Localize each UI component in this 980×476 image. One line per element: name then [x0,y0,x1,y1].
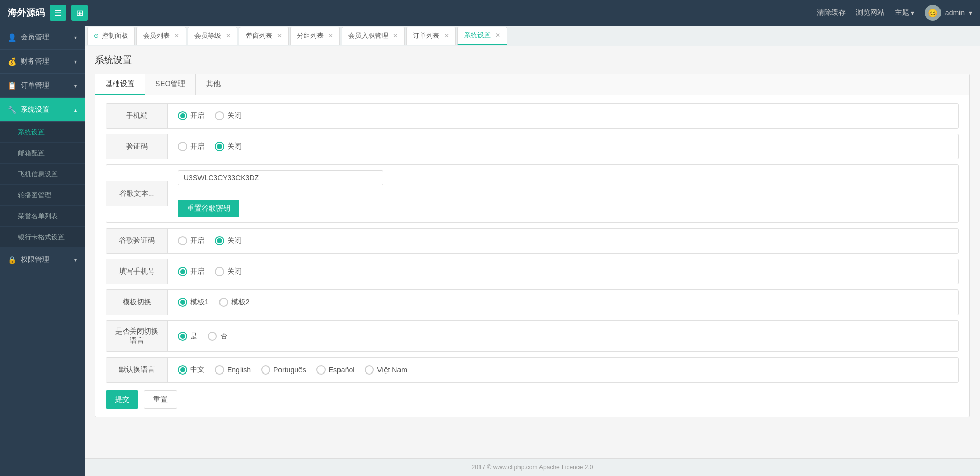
tab-close-icon[interactable]: ✕ [328,32,333,39]
lang-spanish-label: Español [329,366,355,374]
tab-member-onboard[interactable]: 会员入职管理 ✕ [342,27,405,45]
radio-icon [215,365,224,375]
close-lang-label: 是否关闭切换语言 [106,321,168,351]
clear-cache-button[interactable]: 清除缓存 [817,8,846,17]
content-area: ⊙ 控制面板 会员列表 ✕ 会员等级 ✕ 弹窗列表 ✕ 分组列表 ✕ 会员入职管… [85,26,980,476]
sidebar-item-member-mgmt[interactable]: 👤 会员管理 ▾ [0,26,85,50]
template-row: 模板切换 模板1 模板2 [106,289,959,315]
chevron-up-icon: ▴ [74,107,77,113]
lang-portuguese-radio[interactable]: Português [261,365,306,375]
captcha-on-radio[interactable]: 开启 [178,142,205,151]
tab-label: 系统设置 [464,31,491,40]
menu-toggle-button[interactable]: ☰ [50,5,66,21]
template2-radio[interactable]: 模板2 [219,298,250,307]
inner-tabs: 基础设置 SEO管理 其他 [95,74,969,95]
sidebar-sub-item-bank-format[interactable]: 银行卡格式设置 [0,227,85,248]
template1-label: 模板1 [190,298,209,307]
radio-icon [178,332,187,341]
site-title: 海外源码 [8,7,45,19]
sidebar-sub-item-email-config[interactable]: 邮箱配置 [0,143,85,164]
captcha-label: 验证码 [106,134,168,159]
reset-google-key-button[interactable]: 重置谷歌密钥 [178,200,239,217]
close-lang-no-label: 否 [220,332,227,341]
lang-vietnamese-radio[interactable]: Việt Nam [365,365,407,375]
inner-tab-basic[interactable]: 基础设置 [95,74,145,95]
tab-order-list[interactable]: 订单列表 ✕ [406,27,456,45]
theme-button[interactable]: 主题 ▾ [895,8,914,17]
sidebar-item-system-settings[interactable]: 🔧 系统设置 ▴ [0,98,85,122]
system-settings-submenu: 系统设置 邮箱配置 飞机信息设置 轮播图管理 荣誉名单列表 银行卡格式设置 [0,122,85,248]
google-text-input[interactable] [178,170,383,185]
tab-popup-list[interactable]: 弹窗列表 ✕ [239,27,289,45]
google-text-controls: 重置谷歌密钥 [168,165,393,222]
browse-website-button[interactable]: 浏览网站 [856,8,885,17]
radio-icon [215,236,224,245]
fill-phone-on-radio[interactable]: 开启 [178,267,205,276]
google-captcha-on-radio[interactable]: 开启 [178,236,205,245]
top-navbar: 海外源码 ☰ ⊞ 清除缓存 浏览网站 主题 ▾ 😊 admin ▾ [0,0,980,26]
captcha-off-radio[interactable]: 关闭 [215,142,242,151]
sidebar: 👤 会员管理 ▾ 💰 财务管理 ▾ 📋 订单管理 ▾ 🔧 系统设置 ▴ 系统设置… [0,26,85,476]
sidebar-sub-item-honor-list[interactable]: 荣誉名单列表 [0,206,85,227]
inner-tab-other[interactable]: 其他 [196,74,231,95]
page-content: 系统设置 基础设置 SEO管理 其他 手机端 [85,46,980,458]
sidebar-item-finance-mgmt[interactable]: 💰 财务管理 ▾ [0,50,85,74]
form-actions: 提交 重置 [106,390,959,409]
template1-radio[interactable]: 模板1 [178,298,209,307]
dashboard-icon: ⊙ [94,32,99,39]
tab-member-level[interactable]: 会员等级 ✕ [188,27,237,45]
sidebar-item-order-mgmt[interactable]: 📋 订单管理 ▾ [0,74,85,98]
captcha-on-label: 开启 [190,142,205,151]
lang-english-radio[interactable]: English [215,365,251,375]
tab-bar: ⊙ 控制面板 会员列表 ✕ 会员等级 ✕ 弹窗列表 ✕ 分组列表 ✕ 会员入职管… [85,26,980,46]
mobile-off-radio[interactable]: 关闭 [215,111,242,120]
tab-close-icon[interactable]: ✕ [277,32,282,39]
tab-close-icon[interactable]: ✕ [495,32,501,39]
tab-member-list[interactable]: 会员列表 ✕ [136,27,186,45]
main-layout: 👤 会员管理 ▾ 💰 财务管理 ▾ 📋 订单管理 ▾ 🔧 系统设置 ▴ 系统设置… [0,26,980,476]
google-captcha-off-label: 关闭 [227,236,242,245]
template-controls: 模板1 模板2 [168,293,260,312]
captcha-off-label: 关闭 [227,142,242,151]
lang-english-label: English [227,366,251,374]
tab-label: 分组列表 [297,31,324,40]
admin-area[interactable]: 😊 admin ▾ [925,5,972,21]
fill-phone-label: 填写手机号 [106,259,168,284]
lang-chinese-radio[interactable]: 中文 [178,365,205,375]
close-lang-controls: 是 否 [168,326,237,346]
sidebar-item-permission-mgmt[interactable]: 🔒 权限管理 ▾ [0,248,85,272]
settings-icon: 🔧 [8,106,16,114]
sidebar-sub-item-system-settings[interactable]: 系统设置 [0,122,85,143]
grid-toggle-button[interactable]: ⊞ [71,5,88,21]
tab-close-icon[interactable]: ✕ [393,32,398,39]
google-captcha-off-radio[interactable]: 关闭 [215,236,242,245]
radio-icon [215,267,224,276]
chevron-down-icon: ▾ [74,257,77,263]
reset-button[interactable]: 重置 [144,390,177,409]
mobile-on-radio[interactable]: 开启 [178,111,205,120]
tab-dashboard[interactable]: ⊙ 控制面板 [87,27,135,45]
tab-close-icon[interactable]: ✕ [444,32,449,39]
tab-close-icon[interactable]: ✕ [174,32,179,39]
inner-tab-seo[interactable]: SEO管理 [145,74,196,95]
submit-button[interactable]: 提交 [106,390,138,409]
lang-spanish-radio[interactable]: Español [316,365,355,375]
tab-system-settings[interactable]: 系统设置 ✕ [457,27,507,45]
captcha-controls: 开启 关闭 [168,137,252,156]
template-label: 模板切换 [106,290,168,315]
mobile-on-label: 开启 [190,111,205,120]
fill-phone-controls: 开启 关闭 [168,262,252,281]
tab-close-icon[interactable]: ✕ [226,32,231,39]
sidebar-sub-item-carousel-mgmt[interactable]: 轮播图管理 [0,185,85,206]
radio-icon [215,142,224,151]
chevron-down-icon: ▾ [911,9,914,17]
sidebar-sub-item-flight-info[interactable]: 飞机信息设置 [0,164,85,185]
fill-phone-row: 填写手机号 开启 关闭 [106,259,959,284]
fill-phone-off-radio[interactable]: 关闭 [215,267,242,276]
tab-label: 会员列表 [143,31,170,40]
order-icon: 📋 [8,81,16,90]
settings-panel: 基础设置 SEO管理 其他 手机端 开启 [95,74,970,417]
tab-group-list[interactable]: 分组列表 ✕ [290,27,340,45]
close-lang-yes-radio[interactable]: 是 [178,332,197,341]
close-lang-no-radio[interactable]: 否 [208,332,227,341]
